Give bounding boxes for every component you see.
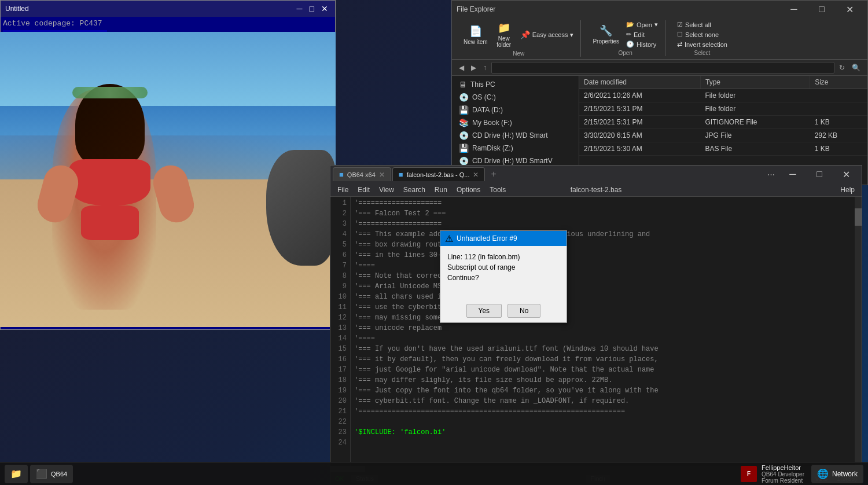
taskbar-explorer-btn[interactable]: 📁: [5, 465, 28, 483]
taskbar: 📁 ⬛ QB64 F FellippeHeitor QB64 Developer…: [0, 462, 868, 485]
dialog-line-info: Line: 112 (in falcon.bm): [447, 253, 560, 261]
taskbar-network-item[interactable]: 🌐 Network: [811, 465, 863, 483]
taskbar-ide-icon: ⬛: [36, 468, 47, 479]
taskbar-explorer-icon: 📁: [10, 468, 22, 479]
user-info: FellippeHeitor QB64 Developer Forum Resi…: [762, 464, 804, 484]
dialog-buttons: Yes No: [440, 299, 567, 322]
taskbar-ide-btn[interactable]: ⬛ QB64: [30, 465, 73, 483]
dialog-no-btn[interactable]: No: [507, 304, 540, 318]
dialog-body: Line: 112 (in falcon.bm) Subscript out o…: [440, 246, 567, 299]
dialog-yes-btn[interactable]: Yes: [466, 304, 502, 318]
user-profile: F FellippeHeitor QB64 Developer Forum Re…: [736, 462, 809, 486]
user-role2-text: Forum Resident: [762, 477, 804, 484]
dialog-continue-msg: Continue?: [447, 274, 560, 282]
dialog-titlebar: ⚠ Unhandled Error #9: [440, 231, 567, 246]
taskbar-ide-label: QB64: [51, 471, 67, 477]
dialog-title-text: Unhandled Error #9: [457, 234, 517, 242]
taskbar-network-icon: 🌐: [817, 468, 829, 479]
dialog-overlay: ⚠ Unhandled Error #9 Line: 112 (in falco…: [0, 0, 868, 485]
error-dialog: ⚠ Unhandled Error #9 Line: 112 (in falco…: [440, 230, 567, 323]
user-avatar: F: [741, 466, 757, 482]
user-role1-text: QB64 Developer: [762, 471, 804, 477]
dialog-warning-icon: ⚠: [445, 233, 453, 244]
user-avatar-initials: F: [747, 471, 751, 477]
user-name-text: FellippeHeitor: [762, 464, 804, 471]
taskbar-network-label: Network: [832, 470, 858, 478]
dialog-error-msg: Subscript out of range: [447, 263, 560, 271]
